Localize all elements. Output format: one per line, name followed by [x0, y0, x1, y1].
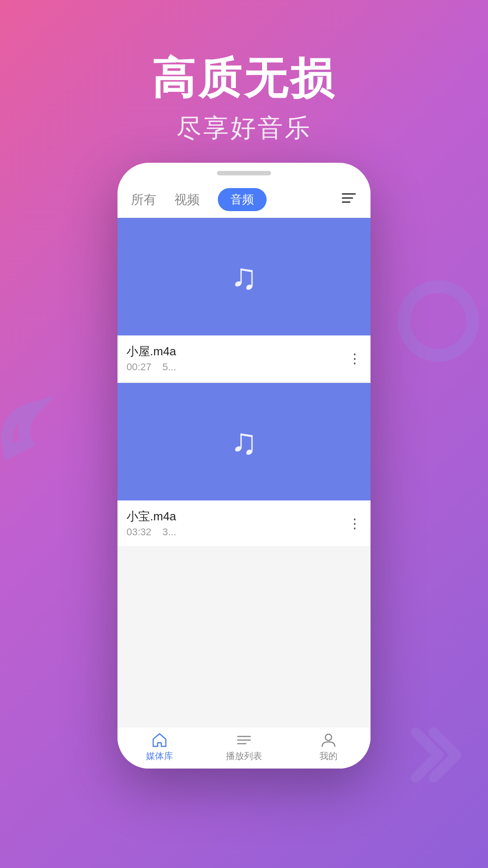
media-details-2: 小宝.m4a 03:32 3... — [127, 509, 348, 538]
nav-item-mine[interactable]: 我的 — [286, 732, 371, 762]
phone-notch — [217, 171, 271, 175]
media-name-1: 小屋.m4a — [127, 344, 348, 359]
media-item: ♫ 小屋.m4a 00:27 5... ⋮ — [117, 218, 371, 381]
media-info-2: 小宝.m4a 03:32 3... ⋮ — [117, 500, 371, 546]
header-subtitle: 尽享好音乐 — [0, 111, 488, 146]
home-icon — [151, 732, 168, 748]
user-icon — [320, 732, 337, 748]
media-info-1: 小屋.m4a 00:27 5... ⋮ — [117, 335, 371, 381]
media-meta-2: 03:32 3... — [127, 526, 348, 538]
nav-label-mine: 我的 — [319, 750, 338, 762]
tab-all[interactable]: 所有 — [131, 189, 156, 210]
media-item-2: ♫ 小宝.m4a 03:32 3... ⋮ — [117, 383, 371, 546]
media-details-1: 小屋.m4a 00:27 5... — [127, 344, 348, 373]
bg-boomerang-decoration — [0, 380, 77, 466]
music-note-icon-1: ♫ — [230, 256, 258, 297]
app-content: 所有 视频 音频 ♫ 小屋.m4 — [117, 180, 371, 769]
header-title: 高质无损 — [0, 54, 488, 102]
phone-mockup: 所有 视频 音频 ♫ 小屋.m4 — [117, 163, 371, 769]
svg-point-6 — [325, 734, 332, 741]
sort-icon[interactable] — [341, 191, 357, 208]
header-area: 高质无损 尽享好音乐 — [0, 0, 488, 146]
nav-label-playlist: 播放列表 — [226, 750, 262, 762]
nav-item-playlist[interactable]: 播放列表 — [202, 732, 286, 762]
media-thumbnail-2[interactable]: ♫ — [117, 383, 371, 500]
more-button-1[interactable]: ⋮ — [348, 352, 361, 365]
tab-bar: 所有 视频 音频 — [117, 180, 371, 218]
playlist-icon — [236, 732, 252, 748]
media-list: ♫ 小屋.m4a 00:27 5... ⋮ — [117, 218, 371, 727]
music-note-icon-2: ♫ — [230, 421, 258, 462]
nav-item-library[interactable]: 媒体库 — [117, 732, 202, 762]
tab-video[interactable]: 视频 — [174, 189, 200, 210]
nav-label-library: 媒体库 — [146, 750, 173, 762]
bg-chevron-decoration — [398, 714, 479, 796]
more-button-2[interactable]: ⋮ — [348, 517, 361, 530]
media-thumbnail-1[interactable]: ♫ — [117, 218, 371, 335]
tab-audio[interactable]: 音频 — [218, 188, 267, 211]
bottom-nav: 媒体库 播放列表 我的 — [117, 727, 371, 769]
media-meta-1: 00:27 5... — [127, 361, 348, 373]
bg-circle-decoration — [398, 280, 479, 362]
media-name-2: 小宝.m4a — [127, 509, 348, 524]
